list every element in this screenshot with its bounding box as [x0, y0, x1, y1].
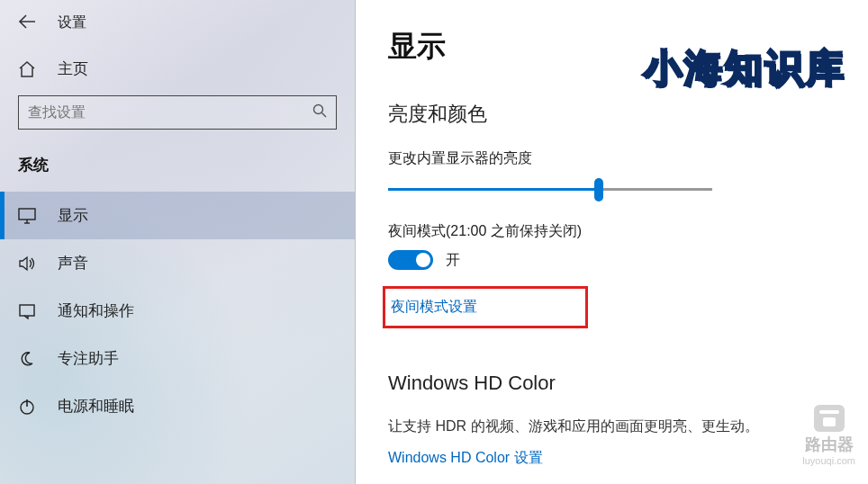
night-mode-toggle-row: 开 [388, 250, 836, 270]
sidebar-item-label: 专注助手 [58, 348, 119, 369]
search-box[interactable] [18, 95, 337, 130]
sidebar-item-label: 声音 [58, 253, 88, 273]
home-label: 主页 [58, 58, 88, 79]
search-icon [312, 103, 327, 121]
night-mode-label: 夜间模式(21:00 之前保持关闭) [388, 222, 836, 241]
sidebar-item-label: 电源和睡眠 [58, 396, 134, 417]
svg-rect-5 [20, 305, 34, 316]
category-label: 系统 [0, 148, 355, 192]
sidebar-item-display[interactable]: 显示 [0, 192, 355, 239]
hdcolor-settings-link[interactable]: Windows HD Color 设置 [388, 450, 543, 465]
monitor-icon [18, 207, 36, 225]
night-mode-toggle[interactable] [388, 250, 433, 270]
moon-icon [18, 350, 36, 368]
notification-icon [18, 302, 36, 320]
watermark-sub: luyouqi.com [802, 455, 855, 466]
slider-thumb[interactable] [594, 178, 603, 202]
sidebar-item-sound[interactable]: 声音 [0, 239, 355, 287]
watermark-main: 路由器 [802, 434, 855, 455]
toggle-state-label: 开 [446, 251, 460, 270]
night-mode-settings-link[interactable]: 夜间模式设置 [391, 299, 477, 314]
sidebar: 设置 主页 系统 显示 声音 通知和操作 [0, 0, 356, 484]
sidebar-item-power[interactable]: 电源和睡眠 [0, 382, 355, 430]
section-brightness-heading: 亮度和颜色 [388, 101, 836, 128]
section-hdcolor-heading: Windows HD Color [388, 372, 836, 395]
highlight-box: 夜间模式设置 [383, 286, 588, 328]
search-input[interactable] [28, 104, 312, 121]
sidebar-item-notifications[interactable]: 通知和操作 [0, 287, 355, 335]
hdcolor-description: 让支持 HDR 的视频、游戏和应用的画面更明亮、更生动。 [388, 417, 836, 436]
header-row: 设置 [0, 0, 355, 40]
home-icon [18, 60, 36, 78]
back-icon[interactable] [18, 13, 36, 33]
brightness-label: 更改内置显示器的亮度 [388, 149, 836, 168]
home-nav[interactable]: 主页 [0, 40, 355, 92]
header-title: 设置 [58, 13, 86, 32]
sidebar-item-label: 通知和操作 [58, 300, 134, 321]
sound-icon [18, 255, 36, 273]
sidebar-item-label: 显示 [58, 205, 88, 226]
brightness-slider[interactable] [388, 177, 712, 202]
svg-line-1 [322, 113, 327, 118]
power-icon [18, 398, 36, 416]
content-area: 显示 亮度和颜色 更改内置显示器的亮度 夜间模式(21:00 之前保持关闭) 开… [356, 0, 868, 484]
svg-rect-2 [19, 209, 35, 220]
page-title: 显示 [388, 27, 836, 67]
toggle-knob [416, 253, 430, 267]
svg-point-0 [314, 105, 323, 114]
slider-fill [388, 188, 599, 191]
sidebar-item-focus[interactable]: 专注助手 [0, 335, 355, 382]
